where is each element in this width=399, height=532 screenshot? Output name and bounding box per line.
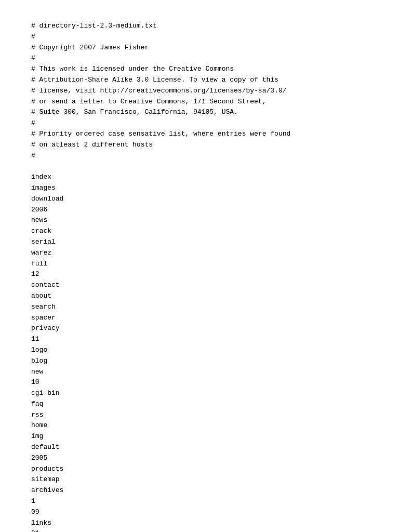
file-content: # directory-list-2.3-medium.txt # # Copy… <box>31 21 368 532</box>
